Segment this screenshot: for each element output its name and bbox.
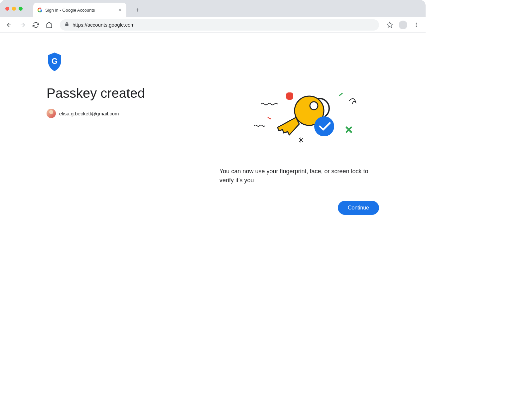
reload-button[interactable] bbox=[31, 20, 41, 30]
svg-rect-5 bbox=[286, 92, 293, 100]
forward-button[interactable] bbox=[17, 20, 28, 30]
lock-icon bbox=[65, 22, 69, 28]
description-text: You can now use your fingerprint, face, … bbox=[219, 167, 379, 185]
minimize-window-button[interactable] bbox=[12, 7, 16, 11]
main-layout: Passkey created elisa.g.beckett@gmail.co… bbox=[47, 86, 379, 215]
google-shield-icon: G bbox=[47, 53, 63, 71]
browser-toolbar: https://accounts.google.com bbox=[0, 17, 426, 33]
account-chip[interactable]: elisa.g.beckett@gmail.com bbox=[47, 109, 193, 118]
address-bar[interactable]: https://accounts.google.com bbox=[60, 19, 379, 31]
maximize-window-button[interactable] bbox=[19, 7, 23, 11]
button-row: Continue bbox=[219, 201, 379, 215]
svg-marker-0 bbox=[387, 22, 393, 27]
browser-titlebar: Sign in - Google Accounts bbox=[0, 0, 426, 17]
new-tab-button[interactable] bbox=[133, 5, 142, 15]
kebab-menu-icon[interactable] bbox=[411, 20, 422, 30]
left-column: Passkey created elisa.g.beckett@gmail.co… bbox=[47, 86, 193, 215]
svg-text:G: G bbox=[52, 57, 58, 66]
passkey-illustration bbox=[229, 86, 369, 152]
tab-close-icon[interactable] bbox=[117, 7, 122, 13]
home-button[interactable] bbox=[44, 20, 55, 30]
page-content: G Passkey created elisa.g.beckett@gmail.… bbox=[0, 33, 426, 215]
tab-title: Sign in - Google Accounts bbox=[45, 8, 114, 13]
right-column: You can now use your fingerprint, face, … bbox=[219, 86, 379, 215]
bookmark-star-icon[interactable] bbox=[384, 20, 395, 30]
avatar bbox=[47, 109, 56, 118]
profile-button[interactable] bbox=[398, 20, 408, 30]
back-button[interactable] bbox=[4, 20, 15, 30]
google-favicon-icon bbox=[37, 7, 43, 13]
url-text: https://accounts.google.com bbox=[72, 22, 374, 28]
browser-chrome: Sign in - Google Accounts https://accoun… bbox=[0, 0, 426, 33]
continue-button[interactable]: Continue bbox=[338, 201, 379, 215]
page-title: Passkey created bbox=[47, 86, 193, 101]
close-window-button[interactable] bbox=[5, 7, 9, 11]
svg-point-3 bbox=[416, 26, 417, 27]
account-email: elisa.g.beckett@gmail.com bbox=[59, 111, 119, 116]
window-controls bbox=[5, 7, 23, 11]
svg-point-8 bbox=[310, 102, 318, 110]
svg-point-1 bbox=[416, 23, 417, 24]
svg-point-9 bbox=[314, 116, 334, 136]
browser-tab[interactable]: Sign in - Google Accounts bbox=[33, 3, 126, 17]
svg-point-2 bbox=[416, 24, 417, 25]
